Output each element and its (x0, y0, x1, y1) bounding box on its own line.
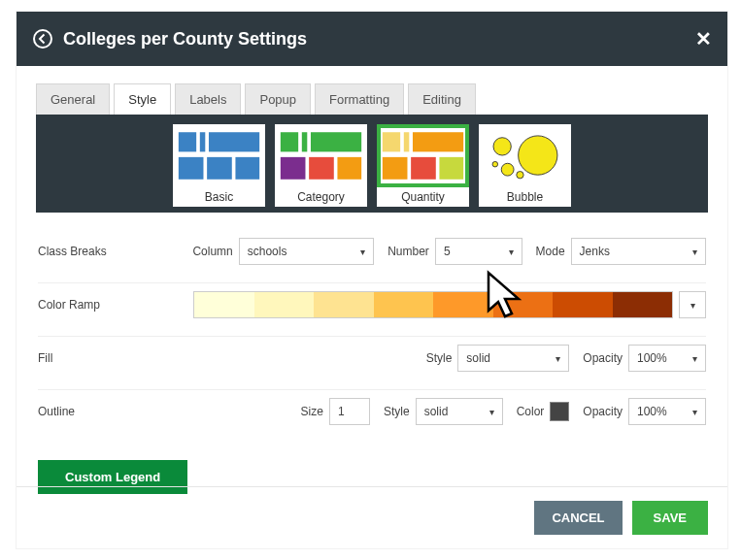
svg-rect-10 (281, 157, 306, 180)
svg-point-22 (492, 161, 497, 166)
column-select[interactable]: schools ▾ (239, 238, 374, 265)
svg-rect-4 (179, 157, 204, 180)
cancel-button[interactable]: CANCEL (534, 501, 622, 535)
title-bar: Colleges per County Settings ✕ (17, 12, 727, 66)
save-button[interactable]: SAVE (632, 501, 708, 535)
settings-modal: Colleges per County Settings ✕ General S… (17, 12, 727, 548)
svg-point-20 (493, 138, 511, 155)
style-card-quantity[interactable] (377, 124, 469, 187)
chevron-down-icon: ▾ (690, 300, 695, 311)
fill-opacity-value: 100% (637, 351, 667, 365)
tab-general[interactable]: General (36, 83, 110, 115)
outline-opacity-value: 100% (637, 405, 667, 418)
column-label: Column (192, 245, 232, 258)
svg-rect-11 (309, 157, 334, 180)
outline-size-value: 1 (338, 405, 345, 418)
tab-editing[interactable]: Editing (408, 83, 476, 115)
svg-rect-12 (337, 157, 361, 180)
tab-formatting[interactable]: Formatting (315, 83, 404, 115)
outline-color-swatch[interactable] (550, 402, 569, 421)
fill-opacity-select[interactable]: 100% ▾ (628, 345, 706, 372)
outline-color-label: Color (517, 405, 545, 418)
row-label: Color Ramp (38, 298, 164, 312)
svg-rect-1 (179, 132, 196, 151)
svg-rect-8 (302, 132, 307, 151)
svg-point-23 (517, 172, 523, 179)
style-card-bubble[interactable] (479, 124, 571, 187)
fill-style-label: Style (426, 351, 453, 365)
chevron-down-icon: ▾ (692, 353, 697, 364)
fill-style-select[interactable]: solid ▾ (457, 345, 569, 372)
mode-value: Jenks (580, 245, 610, 258)
svg-rect-14 (404, 132, 409, 151)
style-card-label: Quantity (377, 187, 469, 207)
chevron-down-icon: ▾ (509, 247, 514, 257)
mode-label: Mode (536, 245, 565, 258)
row-color-ramp: Color Ramp ▾ (38, 283, 706, 337)
svg-point-0 (34, 30, 51, 48)
outline-style-value: solid (424, 405, 449, 418)
svg-rect-18 (439, 157, 463, 180)
outline-opacity-select[interactable]: 100% ▾ (628, 398, 706, 425)
style-card-category[interactable] (275, 124, 367, 187)
fill-opacity-label: Opacity (583, 351, 623, 365)
tab-labels[interactable]: Labels (175, 83, 241, 115)
number-value: 5 (444, 245, 451, 258)
outline-style-label: Style (384, 405, 410, 418)
svg-point-19 (519, 136, 557, 175)
style-type-panel: Basic Category Quantity (36, 115, 708, 213)
outline-size-label: Size (301, 405, 323, 418)
row-fill: Fill Style solid ▾ Opacity 100% ▾ (38, 337, 706, 390)
tabs-bar: General Style Labels Popup Formatting Ed… (36, 83, 708, 115)
chevron-down-icon: ▾ (360, 247, 365, 257)
outline-opacity-label: Opacity (583, 405, 623, 418)
outline-style-select[interactable]: solid ▾ (416, 398, 503, 425)
fill-style-value: solid (466, 351, 490, 365)
back-icon[interactable] (32, 28, 53, 49)
style-card-label: Category (275, 187, 367, 207)
style-card-label: Bubble (479, 187, 571, 207)
svg-rect-2 (200, 132, 205, 151)
svg-rect-13 (383, 132, 400, 151)
chevron-down-icon: ▾ (489, 407, 494, 417)
svg-rect-15 (413, 132, 463, 151)
number-label: Number (387, 245, 429, 258)
outline-size-input[interactable]: 1 (329, 398, 370, 425)
color-ramp-preview[interactable] (193, 291, 673, 318)
chevron-down-icon: ▾ (556, 353, 560, 364)
column-value: schools (248, 245, 287, 258)
svg-rect-7 (281, 132, 298, 151)
page-title: Colleges per County Settings (63, 29, 695, 49)
mode-select[interactable]: Jenks ▾ (571, 238, 706, 265)
row-label: Outline (38, 405, 164, 418)
modal-footer: CANCEL SAVE (17, 486, 727, 548)
row-label: Fill (38, 351, 164, 365)
svg-rect-5 (207, 157, 232, 180)
close-icon[interactable]: ✕ (695, 27, 712, 50)
style-card-basic[interactable] (173, 124, 265, 187)
svg-point-21 (501, 163, 514, 176)
chevron-down-icon: ▾ (692, 407, 697, 417)
svg-rect-9 (311, 132, 361, 151)
svg-rect-6 (235, 157, 259, 180)
number-select[interactable]: 5 ▾ (435, 238, 522, 265)
svg-rect-3 (209, 132, 259, 151)
row-outline: Outline Size 1 Style solid ▾ Color Opaci… (38, 390, 706, 443)
svg-rect-16 (383, 157, 408, 180)
chevron-down-icon: ▾ (692, 247, 697, 257)
color-ramp-dropdown[interactable]: ▾ (679, 291, 706, 318)
style-card-label: Basic (173, 187, 265, 207)
row-class-breaks: Class Breaks Column schools ▾ Number 5 ▾… (38, 230, 706, 283)
svg-rect-17 (411, 157, 436, 180)
row-label: Class Breaks (38, 245, 163, 258)
tab-style[interactable]: Style (114, 83, 171, 115)
tab-popup[interactable]: Popup (245, 83, 311, 115)
